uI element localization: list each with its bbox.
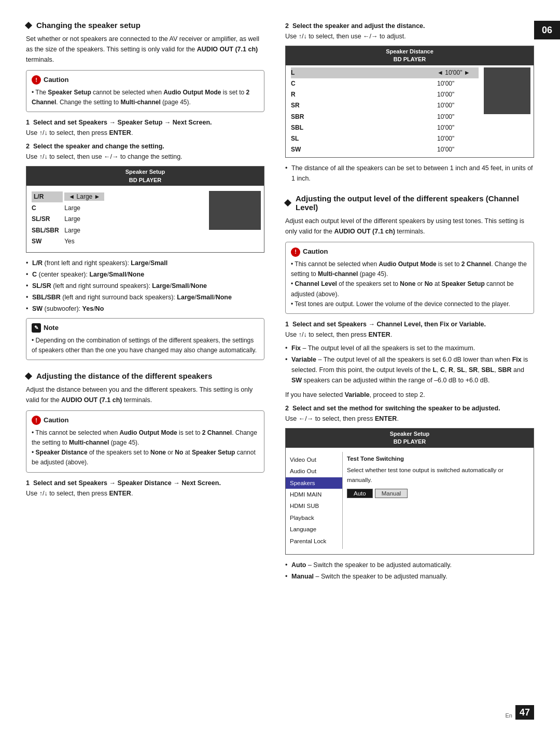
section1-note-text: • Depending on the combination of settin…	[32, 336, 259, 355]
sidebar-item-video-out[interactable]: Video Out	[286, 454, 342, 465]
setup-ui-buttons: Auto Manual	[347, 489, 529, 498]
left-column: Changing the speaker setup Set whether o…	[26, 21, 264, 586]
list-item: Manual – Switch the speaker to be adjust…	[285, 571, 534, 582]
section1-caution-box: ! Caution • The Speaker Setup cannot be …	[26, 70, 264, 112]
speaker-setup-ui-header: Speaker Setup BD PLAYER	[286, 429, 534, 448]
right-column: 2 Select the speaker and adjust the dist…	[285, 21, 534, 586]
sidebar-item-language[interactable]: Language	[286, 524, 342, 535]
speaker-setup-ui-table: Speaker Setup BD PLAYER Video Out Audio …	[285, 428, 534, 555]
section3-step1-bullets: Fix – The output level of all the speake…	[285, 343, 534, 385]
table-row: SBL/SBR Large	[32, 225, 204, 236]
section1-caution-text: • The Speaker Setup cannot be selected w…	[32, 88, 259, 107]
table-row: L/R ◄ Large ►	[32, 191, 204, 203]
section2-caution-text: • This cannot be selected when Audio Out…	[32, 428, 259, 468]
sidebar-item-hdmi-main[interactable]: HDMI MAIN	[286, 489, 342, 500]
speaker-dist-body: L ◄ 10'00" ► C 10'00" R 10'00"	[286, 65, 534, 158]
section1-bullet-list: L/R (front left and right speakers): Lar…	[26, 258, 264, 314]
table-row: SL/SR Large	[32, 214, 204, 225]
setup-content-text: Select whether test tone output is switc…	[347, 465, 529, 485]
separator2	[285, 188, 534, 194]
caution-icon-2: !	[32, 416, 41, 425]
section-channel-level: Adjusting the output level of the differ…	[285, 194, 534, 582]
table-row: SL 10'00"	[291, 133, 479, 144]
section2-note-list: The distance of all the speakers can be …	[285, 163, 534, 184]
page-container: 06 Changing the speaker setup Set whethe…	[0, 0, 560, 730]
table-row: C Large	[32, 203, 204, 214]
speaker-setup-image	[209, 191, 261, 230]
section3-intro: Adjust each output level of the differen…	[285, 216, 534, 237]
note-icon: ✎	[32, 323, 41, 333]
sidebar-item-audio-out[interactable]: Audio Out	[286, 465, 342, 477]
section2-caution-title: ! Caution	[32, 415, 259, 426]
section2-step1: 1 Select and set Speakers → Speaker Dist…	[26, 478, 264, 499]
page-footer: En 47	[506, 705, 534, 720]
list-item: L/R (front left and right speakers): Lar…	[26, 258, 264, 268]
setup-ui-content: Test Tone Switching Select whether test …	[343, 452, 534, 549]
section1-intro: Set whether or not speakers are connecte…	[26, 34, 264, 65]
list-item: SL/SR (left and right surround speakers)…	[26, 281, 264, 291]
setup-ui-body: Video Out Audio Out Speakers HDMI MAIN H…	[286, 452, 534, 549]
sidebar-item-hdmi-sub[interactable]: HDMI SUB	[286, 500, 342, 512]
auto-button[interactable]: Auto	[347, 489, 373, 498]
section2-caution-box: ! Caution • This cannot be selected when…	[26, 410, 264, 473]
section2-step2-right: 2 Select the speaker and adjust the dist…	[285, 21, 534, 42]
section3-step2: 2 Select and set the method for switchin…	[285, 403, 534, 424]
list-item: The distance of all the speakers can be …	[285, 163, 534, 184]
page-number-footer: 47	[515, 705, 534, 720]
section2-intro: Adjust the distance between you and the …	[26, 384, 264, 405]
sidebar-item-playback[interactable]: Playback	[286, 512, 342, 524]
section3-variable-note: If you have selected Variable, proceed t…	[285, 390, 534, 400]
speaker-setup-table-rows: L/R ◄ Large ► C Large SL/SR Large	[26, 189, 209, 249]
sidebar-item-speakers[interactable]: Speakers	[286, 477, 342, 489]
list-item: Fix – The output level of all the speake…	[285, 343, 534, 353]
table-row: L ◄ 10'00" ►	[291, 67, 479, 78]
section-changing-speaker-setup: Changing the speaker setup Set whether o…	[26, 21, 264, 360]
sidebar-item-parental-lock[interactable]: Parental Lock	[286, 535, 342, 547]
caution-icon: !	[32, 75, 41, 85]
list-item: C (center speaker): Large/Small/None	[26, 269, 264, 280]
diamond-icon-2	[25, 372, 32, 379]
section1-title: Changing the speaker setup	[26, 21, 264, 30]
section1-caution-title: ! Caution	[32, 75, 259, 86]
speaker-setup-table-header: Speaker Setup BD PLAYER	[26, 167, 264, 186]
list-item: SBL/SBR (left and right surround back sp…	[26, 292, 264, 302]
table-row: R 10'00"	[291, 89, 479, 100]
caution-icon-3: !	[291, 247, 300, 257]
table-row: SW 10'00"	[291, 144, 479, 155]
section1-step1: 1 Select and set Speakers → Speaker Setu…	[26, 117, 264, 138]
page-lang: En	[506, 712, 512, 719]
list-item: Auto – Switch the speaker to be adjusted…	[285, 560, 534, 570]
speaker-dist-rows: L ◄ 10'00" ► C 10'00" R 10'00"	[286, 65, 484, 158]
section3-caution-title: ! Caution	[291, 246, 528, 257]
section3-caution-text: • This cannot be selected when Audio Out…	[291, 259, 528, 309]
separator1	[26, 365, 264, 371]
page-number-top: 06	[534, 21, 560, 39]
section1-note-title: ✎ Note	[32, 323, 259, 334]
section2-title: Adjusting the distance of the different …	[26, 371, 264, 380]
table-row: SR 10'00"	[291, 100, 479, 111]
manual-button[interactable]: Manual	[375, 489, 408, 498]
section3-caution-box: ! Caution • This cannot be selected when…	[285, 242, 534, 314]
diamond-icon	[25, 21, 32, 29]
diamond-icon-3	[284, 199, 291, 206]
section3-title: Adjusting the output level of the differ…	[285, 194, 534, 212]
section1-step2: 2 Select the speaker and change the sett…	[26, 141, 264, 162]
section-adjusting-distance: Adjusting the distance of the different …	[26, 371, 264, 499]
setup-content-title: Test Tone Switching	[347, 454, 529, 463]
speaker-setup-table: Speaker Setup BD PLAYER L/R ◄ Large ► C …	[26, 166, 264, 253]
list-item: SW (subwoofer): Yes/No	[26, 304, 264, 314]
setup-ui-menu: Video Out Audio Out Speakers HDMI MAIN H…	[286, 452, 343, 549]
table-row: C 10'00"	[291, 78, 479, 89]
table-row: SBL 10'00"	[291, 122, 479, 133]
speaker-setup-table-body: L/R ◄ Large ► C Large SL/SR Large	[26, 186, 264, 252]
speaker-dist-image	[484, 67, 530, 114]
speaker-distance-table-header: Speaker Distance BD PLAYER	[286, 46, 534, 65]
table-row: SBR 10'00"	[291, 112, 479, 122]
two-col-layout: Changing the speaker setup Set whether o…	[26, 21, 534, 586]
list-item: Variable – The output level of all the s…	[285, 354, 534, 385]
speaker-distance-table: Speaker Distance BD PLAYER L ◄ 10'00" ► …	[285, 46, 534, 158]
table-row: SW Yes	[32, 236, 204, 247]
section3-step1: 1 Select and set Speakers → Channel Leve…	[285, 319, 534, 340]
section3-final-bullets: Auto – Switch the speaker to be adjusted…	[285, 560, 534, 582]
section1-note-box: ✎ Note • Depending on the combination of…	[26, 318, 264, 360]
